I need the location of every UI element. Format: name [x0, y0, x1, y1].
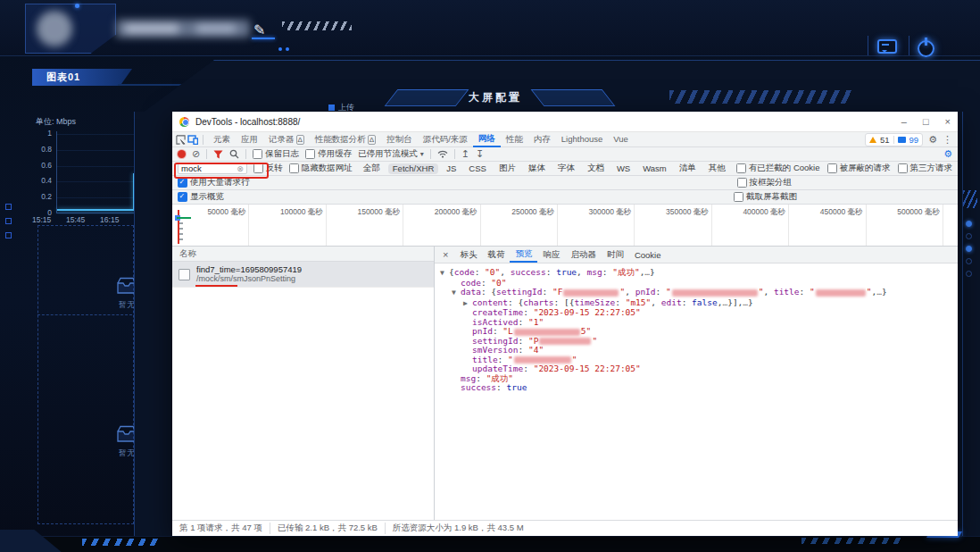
devtools-tab-console[interactable]: 控制台 [381, 132, 418, 146]
tree-caret-icon[interactable]: ▼ [452, 289, 461, 298]
checkbox-unchecked[interactable] [253, 163, 263, 173]
window-close-button[interactable]: × [945, 117, 951, 127]
network-overview-timeline[interactable]: 50000 毫秒100000 毫秒150000 毫秒200000 毫秒25000… [172, 205, 958, 247]
close-detail-icon[interactable]: × [438, 249, 453, 260]
edit-pencil-icon[interactable]: ✎ [253, 21, 265, 38]
export-har-icon[interactable]: ↧ [476, 149, 484, 159]
devtools-tab-performance-insights[interactable]: 性能数据分析Δ [310, 132, 381, 146]
import-har-icon[interactable]: ↥ [461, 149, 469, 159]
filter-type-ws[interactable]: WS [612, 163, 635, 174]
timeline-tick: 50000 毫秒 [172, 205, 249, 246]
window-minimize-button[interactable]: – [901, 117, 907, 127]
detail-tab-preview[interactable]: 预览 [510, 247, 537, 263]
inspect-element-icon[interactable] [176, 135, 186, 145]
record-button[interactable] [178, 150, 186, 158]
filter-type-all[interactable]: 全部 [359, 163, 385, 175]
throttling-dropdown[interactable]: 已停用节流模式 ▾ [358, 148, 424, 160]
filter-input[interactable]: mock ⊗ [178, 163, 247, 174]
capture-screenshots-checkbox[interactable]: 截取屏幕截图 [734, 191, 797, 203]
devtools-tab-application[interactable]: 应用 [236, 132, 263, 146]
disable-cache-checkbox[interactable]: 停用缓存 [305, 148, 352, 160]
checkbox-checked[interactable] [178, 192, 187, 202]
overflow-menu-icon[interactable]: ⋮ [943, 135, 952, 145]
devtools-tab-elements[interactable]: 元素 [208, 132, 236, 146]
filter-type-font[interactable]: 字体 [553, 163, 579, 175]
show-overview-checkbox[interactable]: 显示概览 [178, 191, 224, 203]
filter-blocked-requests-checkbox[interactable]: 被屏蔽的请求 [827, 163, 891, 174]
error-warning-badges[interactable]: 51 99 [865, 133, 923, 146]
devtools-tab-performance[interactable]: 性能 [501, 132, 528, 146]
tree-caret-icon[interactable]: ▶ [463, 299, 472, 309]
modal-top-band: 大屏配置 [134, 60, 980, 113]
power-icon[interactable] [918, 38, 937, 57]
request-row-selected[interactable]: find7_time=1695809957419 /mock/sm/smJson… [172, 262, 434, 288]
filter-type-other[interactable]: 其他 [704, 163, 730, 175]
json-tree-line[interactable]: isActived: "1" [440, 318, 958, 328]
checkbox-unchecked[interactable] [289, 163, 299, 173]
filter-type-img[interactable]: 图片 [494, 163, 520, 175]
preserve-log-checkbox[interactable]: 保留日志 [253, 148, 299, 160]
request-checkbox[interactable] [179, 269, 190, 280]
header-hatch-decoration [282, 21, 352, 30]
filter-type-doc[interactable]: 文档 [583, 163, 609, 175]
modal-title: 大屏配置 [469, 90, 522, 105]
invert-filter-checkbox[interactable]: 反转 [253, 163, 283, 174]
network-settings-gear-icon[interactable]: ⚙ [943, 148, 952, 160]
clear-network-log-icon[interactable]: ⊘ [192, 149, 200, 159]
checkbox-unchecked[interactable] [827, 163, 837, 173]
checkbox-unchecked[interactable] [734, 192, 743, 202]
devtools-tab-sources[interactable]: 源代码/来源 [418, 132, 473, 146]
checkbox-unchecked[interactable] [253, 149, 262, 159]
json-tree-line[interactable]: smVersion: "4" [440, 346, 958, 355]
big-request-rows-checkbox[interactable]: 使用大量请求行 [178, 177, 250, 188]
json-tree-line[interactable]: title: "" [440, 355, 958, 365]
chart-x-axis [56, 213, 145, 213]
filter-third-party-checkbox[interactable]: 第三方请求 [898, 163, 953, 174]
search-icon[interactable] [229, 149, 239, 159]
json-tree-line[interactable]: pnId: "L5" [440, 327, 958, 337]
json-tree-line[interactable]: ▼{code: "0", success: true, msg: "成功",…} [440, 268, 958, 279]
detail-tab-response[interactable]: 响应 [537, 247, 565, 262]
filter-type-js[interactable]: JS [442, 163, 461, 174]
checkbox-checked[interactable] [178, 178, 187, 188]
json-tree-line[interactable]: success: true [440, 383, 958, 393]
filter-funnel-icon[interactable] [213, 150, 223, 159]
detail-tab-payload[interactable]: 载荷 [482, 247, 510, 262]
filter-clear-icon[interactable]: ⊗ [237, 164, 244, 173]
request-name-column-header[interactable]: 名称 [172, 247, 434, 262]
detail-tab-timing[interactable]: 时间 [602, 247, 629, 262]
network-conditions-wifi-icon[interactable] [437, 150, 448, 158]
detail-tab-headers[interactable]: 标头 [454, 247, 482, 262]
devtools-tab-vue[interactable]: Vue [608, 132, 634, 146]
checkbox-unchecked[interactable] [737, 178, 747, 188]
filter-type-css[interactable]: CSS [464, 163, 491, 174]
detail-tab-initiator[interactable]: 启动器 [565, 247, 602, 262]
detail-tab-cookie[interactable]: Cookie [629, 248, 667, 261]
devtools-tab-memory[interactable]: 内存 [528, 132, 556, 146]
edge-square [5, 232, 12, 238]
tree-caret-icon[interactable]: ▼ [440, 269, 449, 279]
filter-type-media[interactable]: 媒体 [524, 163, 550, 175]
devtools-tab-network[interactable]: 网络 [473, 131, 501, 147]
hide-data-urls-checkbox[interactable]: 隐藏数据网址 [289, 163, 353, 174]
window-maximize-button[interactable]: □ [923, 117, 929, 127]
request-detail-pane: × 标头载荷预览响应启动器时间Cookie ▼{code: "0", succe… [435, 247, 958, 520]
invert-label: 反转 [266, 163, 283, 174]
big-request-rows-label: 使用大量请求行 [190, 177, 250, 188]
filter-type-fetch-xhr[interactable]: Fetch/XHR [388, 163, 438, 174]
json-tree-line[interactable]: updateTime: "2023-09-15 22:27:05" [440, 364, 958, 374]
checkbox-unchecked[interactable] [305, 149, 315, 159]
devtools-title: DevTools - localhost:8888/ [195, 117, 300, 127]
devtools-titlebar[interactable]: DevTools - localhost:8888/ – □ × [172, 112, 958, 132]
checkbox-unchecked[interactable] [898, 163, 908, 173]
devtools-tab-lighthouse[interactable]: Lighthouse [556, 132, 608, 146]
checkbox-unchecked[interactable] [736, 163, 746, 173]
group-by-frame-checkbox[interactable]: 按框架分组 [737, 177, 793, 188]
chat-icon[interactable] [877, 39, 901, 57]
devtools-tab-recorder[interactable]: 记录器Δ [263, 132, 310, 146]
filter-type-manifest[interactable]: 清单 [675, 163, 701, 175]
filter-blocked-cookies-checkbox[interactable]: 有已拦截的 Cookie [736, 163, 820, 174]
filter-type-wasm[interactable]: Wasm [638, 163, 671, 174]
device-toolbar-icon[interactable] [187, 135, 198, 145]
settings-gear-icon[interactable]: ⚙ [928, 135, 937, 145]
